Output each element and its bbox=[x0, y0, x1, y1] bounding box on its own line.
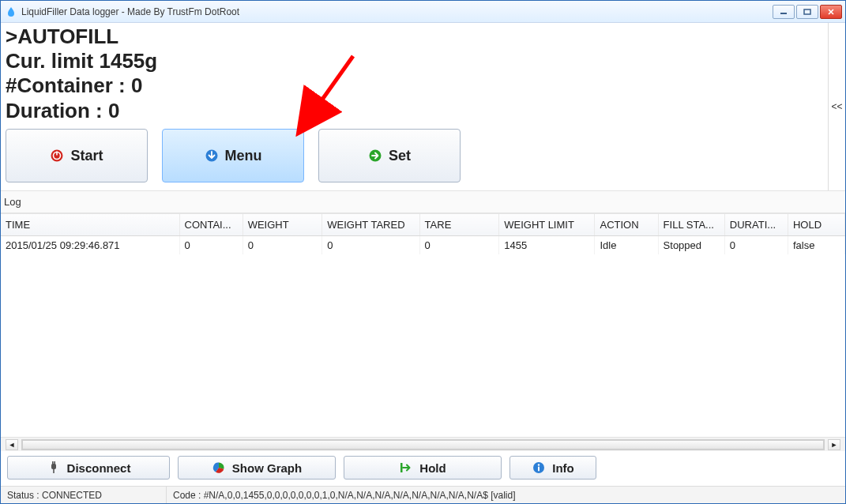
display-line-2: Cur. limit 1455g bbox=[6, 49, 828, 73]
col-weight[interactable]: WEIGHT bbox=[243, 214, 322, 236]
col-hold[interactable]: HOLD bbox=[788, 214, 844, 236]
client-area: >AUTOFILL Cur. limit 1455g #Container : … bbox=[1, 23, 845, 503]
window-title: LiquidFiller Data logger - Made By Trust… bbox=[21, 6, 773, 17]
bottom-button-row: Disconnect Show Graph Hold Info bbox=[1, 451, 845, 486]
table-row[interactable]: 2015/01/25 09:29:46.871 0 0 0 0 1455 Idl… bbox=[1, 236, 845, 255]
horizontal-scrollbar[interactable]: ◄ ► bbox=[1, 437, 845, 451]
cell-action: Idle bbox=[595, 236, 658, 255]
scroll-right-icon[interactable]: ► bbox=[828, 439, 840, 450]
arrow-down-circle-icon bbox=[205, 149, 219, 163]
info-button[interactable]: Info bbox=[509, 456, 596, 480]
menu-button[interactable]: Menu bbox=[162, 129, 304, 182]
table-header-row: TIME CONTAI... WEIGHT WEIGHT TARED TARE … bbox=[1, 214, 845, 236]
menu-button-label: Menu bbox=[225, 148, 262, 164]
svg-rect-9 bbox=[54, 461, 55, 465]
cell-tare: 0 bbox=[419, 236, 499, 255]
scroll-thumb[interactable] bbox=[22, 440, 824, 449]
minimize-button[interactable] bbox=[773, 5, 795, 19]
lcd-display: >AUTOFILL Cur. limit 1455g #Container : … bbox=[4, 24, 828, 126]
scroll-left-icon[interactable]: ◄ bbox=[6, 439, 18, 450]
col-container[interactable]: CONTAI... bbox=[179, 214, 243, 236]
cell-container: 0 bbox=[179, 236, 243, 255]
display-line-1: >AUTOFILL bbox=[6, 24, 828, 49]
top-button-row: Start Menu Set bbox=[4, 126, 828, 190]
col-fill-state[interactable]: FILL STA... bbox=[658, 214, 724, 236]
pie-chart-icon bbox=[212, 461, 226, 475]
svg-rect-8 bbox=[52, 461, 54, 465]
window-controls bbox=[773, 5, 842, 19]
status-right: Code : #N/A,0,0,1455,0,0,0,0,0,0,0,1,0,N… bbox=[167, 487, 845, 503]
col-weight-limit[interactable]: WEIGHT LIMIT bbox=[499, 214, 595, 236]
close-button[interactable] bbox=[820, 5, 842, 19]
power-icon bbox=[50, 149, 64, 163]
cell-hold: false bbox=[788, 236, 844, 255]
upper-main: >AUTOFILL Cur. limit 1455g #Container : … bbox=[1, 23, 828, 190]
svg-rect-1 bbox=[804, 9, 810, 14]
col-tare[interactable]: TARE bbox=[419, 214, 499, 236]
svg-rect-15 bbox=[538, 467, 540, 472]
cell-fill-state: Stopped bbox=[658, 236, 724, 255]
display-line-4: Duration : 0 bbox=[6, 99, 828, 123]
cell-weight-limit: 1455 bbox=[499, 236, 595, 255]
disconnect-button[interactable]: Disconnect bbox=[7, 456, 170, 480]
show-graph-button[interactable]: Show Graph bbox=[178, 456, 336, 480]
upper-region: >AUTOFILL Cur. limit 1455g #Container : … bbox=[1, 23, 845, 190]
hold-label: Hold bbox=[419, 461, 446, 475]
plug-icon bbox=[47, 461, 61, 475]
side-toggle-label: << bbox=[831, 101, 842, 112]
log-grid[interactable]: TIME CONTAI... WEIGHT WEIGHT TARED TARE … bbox=[1, 214, 845, 437]
titlebar: LiquidFiller Data logger - Made By Trust… bbox=[1, 1, 845, 23]
cell-weight: 0 bbox=[243, 236, 322, 255]
log-label: Log bbox=[1, 190, 845, 213]
col-action[interactable]: ACTION bbox=[595, 214, 658, 236]
cell-duration: 0 bbox=[724, 236, 788, 255]
svg-point-14 bbox=[538, 464, 540, 465]
scroll-track[interactable] bbox=[21, 439, 825, 450]
app-icon bbox=[6, 6, 17, 17]
arrow-right-circle-icon bbox=[368, 149, 382, 163]
svg-rect-0 bbox=[780, 13, 787, 14]
status-left: Status : CONNECTED bbox=[1, 487, 167, 503]
hold-arrow-icon bbox=[399, 461, 413, 475]
side-toggle[interactable]: << bbox=[828, 23, 845, 190]
col-time[interactable]: TIME bbox=[1, 214, 179, 236]
svg-rect-7 bbox=[51, 464, 56, 469]
set-button-label: Set bbox=[389, 148, 411, 164]
svg-rect-10 bbox=[53, 468, 55, 473]
hold-button[interactable]: Hold bbox=[344, 456, 502, 480]
info-icon bbox=[532, 461, 546, 475]
disconnect-label: Disconnect bbox=[67, 461, 131, 475]
display-line-3: #Container : 0 bbox=[6, 73, 828, 98]
col-duration[interactable]: DURATI... bbox=[724, 214, 788, 236]
set-button[interactable]: Set bbox=[318, 129, 461, 182]
log-table: TIME CONTAI... WEIGHT WEIGHT TARED TARE … bbox=[1, 214, 845, 254]
col-weight-tared[interactable]: WEIGHT TARED bbox=[322, 214, 419, 236]
maximize-button[interactable] bbox=[796, 5, 818, 19]
cell-weight-tared: 0 bbox=[322, 236, 419, 255]
log-table-wrap: TIME CONTAI... WEIGHT WEIGHT TARED TARE … bbox=[1, 213, 845, 451]
svg-rect-4 bbox=[57, 152, 58, 156]
show-graph-label: Show Graph bbox=[232, 461, 302, 475]
status-bar: Status : CONNECTED Code : #N/A,0,0,1455,… bbox=[1, 486, 845, 503]
app-window: LiquidFiller Data logger - Made By Trust… bbox=[0, 0, 846, 504]
cell-time: 2015/01/25 09:29:46.871 bbox=[1, 236, 179, 255]
start-button-label: Start bbox=[70, 148, 103, 164]
info-label: Info bbox=[552, 461, 574, 475]
start-button[interactable]: Start bbox=[6, 129, 148, 182]
